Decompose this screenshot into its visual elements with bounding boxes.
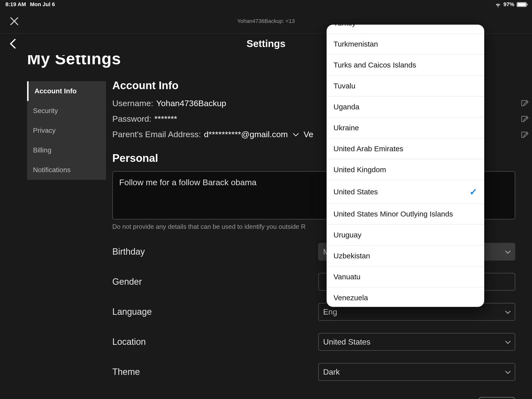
sidebar-item-label: Privacy [33, 127, 56, 134]
save-button[interactable]: Save [479, 397, 515, 399]
theme-value: Dark [323, 367, 340, 377]
sidebar-item-notifications[interactable]: Notifications [27, 160, 106, 180]
status-time: 8:19 AM [5, 1, 26, 8]
country-option-label: Uganda [333, 103, 359, 111]
country-option[interactable]: Uganda [327, 97, 484, 117]
country-option[interactable]: Turkmenistan [327, 34, 484, 55]
sidebar-item-security[interactable]: Security [27, 101, 106, 121]
location-value: United States [323, 337, 370, 347]
settings-title: Settings [247, 38, 285, 49]
close-icon[interactable] [9, 16, 19, 26]
country-option[interactable]: Tuvalu [327, 76, 484, 97]
account-subtitle: Yohan4736Backup: <13 [237, 18, 295, 24]
birthday-label: Birthday [112, 247, 145, 257]
country-option[interactable]: Turks and Caicos Islands [327, 55, 484, 76]
country-option-label: Turkmenistan [333, 40, 378, 48]
username-label: Username: [112, 99, 153, 108]
battery-icon [517, 2, 527, 7]
gender-label: Gender [112, 277, 142, 287]
sidebar-item-label: Billing [33, 146, 51, 154]
country-option-label: Venezuela [333, 294, 368, 302]
country-option-label: United Kingdom [333, 166, 386, 174]
country-popover[interactable]: TurkeyTurkmenistanTurks and Caicos Islan… [327, 25, 484, 307]
password-value: ******* [154, 114, 177, 124]
edit-icons-column [520, 99, 530, 141]
checkmark-icon: ✓ [469, 186, 477, 197]
chevron-down-icon [505, 367, 511, 377]
verified-text-partial: Ve [304, 130, 314, 139]
edit-password-icon[interactable] [520, 115, 530, 126]
parent-email-value: d**********@gmail.com [204, 130, 288, 139]
language-value: Eng [323, 307, 337, 316]
chevron-down-icon [505, 337, 511, 347]
chevron-down-icon [505, 307, 511, 316]
sidebar-item-billing[interactable]: Billing [27, 140, 106, 160]
username-value: Yohan4736Backup [156, 99, 226, 108]
password-label: Password: [112, 114, 151, 124]
chevron-down-icon[interactable] [293, 130, 299, 139]
country-option-label: United Arab Emirates [333, 145, 403, 153]
status-date: Mon Jul 6 [30, 1, 55, 8]
sidebar-item-privacy[interactable]: Privacy [27, 121, 106, 140]
popover-arrow-icon [399, 306, 412, 307]
country-option-label: Vanuatu [333, 273, 361, 281]
theme-select[interactable]: Dark [318, 363, 515, 381]
country-option[interactable]: United Kingdom [327, 159, 484, 180]
country-popover-scroll[interactable]: TurkeyTurkmenistanTurks and Caicos Islan… [327, 25, 484, 307]
country-option[interactable]: Uzbekistan [327, 246, 484, 266]
country-option[interactable]: United States Minor Outlying Islands [327, 204, 484, 225]
country-option[interactable]: United Arab Emirates [327, 138, 484, 159]
country-option-label: United States Minor Outlying Islands [333, 210, 453, 218]
location-select[interactable]: United States [318, 333, 515, 351]
language-label: Language [112, 307, 152, 317]
back-icon[interactable] [9, 39, 15, 49]
wifi-icon [495, 2, 501, 7]
battery-percent: 97% [503, 1, 514, 8]
sidebar-item-label: Account Info [34, 87, 77, 95]
country-option-label: Turks and Caicos Islands [333, 61, 416, 69]
country-option-label: Turkey [333, 25, 356, 27]
country-option[interactable]: United States✓ [327, 180, 484, 204]
country-option[interactable]: Uruguay [327, 225, 484, 246]
sidebar-item-label: Notifications [33, 166, 71, 174]
country-option[interactable]: Turkey [327, 25, 484, 34]
country-option-label: Ukraine [333, 124, 359, 132]
ios-status-bar: 8:19 AM Mon Jul 6 97% [0, 0, 532, 9]
bio-text: Follow me for a follow Barack obama [119, 178, 256, 187]
theme-label: Theme [112, 367, 140, 377]
parent-email-label: Parent's Email Address: [112, 130, 201, 139]
sidebar-item-account-info[interactable]: Account Info [27, 81, 106, 101]
country-option-label: Uzbekistan [333, 252, 370, 260]
location-label: Location [112, 337, 146, 347]
country-option-label: Tuvalu [333, 82, 355, 90]
country-option[interactable]: Venezuela [327, 287, 484, 307]
edit-email-icon[interactable] [520, 131, 530, 141]
country-option-label: Uruguay [333, 231, 361, 239]
country-option[interactable]: Vanuatu [327, 266, 484, 287]
settings-sidebar: Account Info Security Privacy Billing No… [27, 81, 106, 180]
country-option[interactable]: Ukraine [327, 117, 484, 138]
edit-username-icon[interactable] [520, 99, 530, 110]
country-option-label: United States [333, 188, 378, 196]
chevron-down-icon [505, 247, 511, 256]
sidebar-item-label: Security [33, 107, 58, 115]
